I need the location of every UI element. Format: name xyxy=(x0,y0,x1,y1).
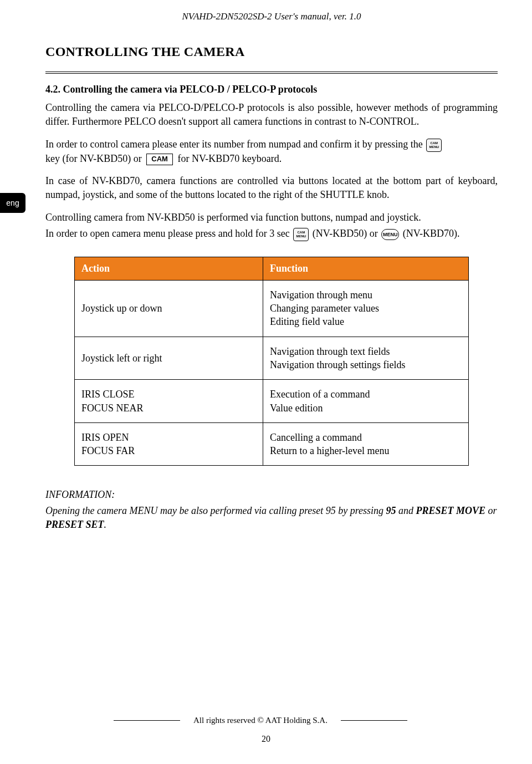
key-top-label: CAM xyxy=(430,141,438,145)
text: for NV-KBD70 keyboard. xyxy=(177,153,282,164)
text: (NV-KBD50) or xyxy=(313,228,378,239)
table-row: Joystick up or down Navigation through m… xyxy=(75,280,469,337)
page: NVAHD-2DN5202SD-2 User's manual, ver. 1.… xyxy=(0,0,532,764)
language-tab: eng xyxy=(0,193,25,213)
bold-text: PRESET SET xyxy=(45,519,104,530)
paragraph-kbd70: In case of NV-KBD70, camera functions ar… xyxy=(45,174,498,202)
text: or xyxy=(485,505,497,516)
footer-rule-left xyxy=(114,720,180,721)
text: Opening the camera MENU may be also perf… xyxy=(45,505,386,516)
table-header-row: Action Function xyxy=(75,257,469,280)
table-row: IRIS CLOSEFOCUS NEAR Execution of a comm… xyxy=(75,380,469,423)
text: (NV-KBD70). xyxy=(403,228,460,239)
text: . xyxy=(104,519,107,530)
table-row: Joystick left or right Navigation throug… xyxy=(75,337,469,380)
th-function: Function xyxy=(263,257,469,280)
section-title: CONTROLLING THE CAMERA xyxy=(45,44,498,59)
cam-menu-key-icon: CAM MENU xyxy=(293,228,309,241)
cell-action: Joystick up or down xyxy=(75,280,263,337)
key-bot-label: MENU xyxy=(429,145,439,149)
key-bot-label: MENU xyxy=(296,235,306,238)
section-rule xyxy=(45,72,498,74)
paragraph-intro: Controlling the camera via PELCO-D/PELCO… xyxy=(45,101,498,129)
text: In order to open camera menu please pres… xyxy=(45,228,290,239)
paragraph-enter-number: In order to control camera please enter … xyxy=(45,137,498,166)
bold-text: PRESET MOVE xyxy=(416,505,486,516)
text: In order to control camera please enter … xyxy=(45,139,423,150)
cell-function: Cancelling a commandReturn to a higher-l… xyxy=(263,422,469,466)
page-number: 20 xyxy=(0,734,532,744)
information-block: INFORMATION: Opening the camera MENU may… xyxy=(45,488,498,531)
cell-function: Execution of a commandValue edition xyxy=(263,380,469,423)
cell-action: IRIS CLOSEFOCUS NEAR xyxy=(75,380,263,423)
page-footer: All rights reserved © AAT Holding S.A. 2… xyxy=(0,716,532,744)
cam-key-icon: CAM xyxy=(146,154,173,165)
paragraph-kbd50: Controlling camera from NV-KBD50 is perf… xyxy=(45,211,498,225)
info-body: Opening the camera MENU may be also perf… xyxy=(45,504,498,532)
th-action: Action xyxy=(75,257,263,280)
running-head: NVAHD-2DN5202SD-2 User's manual, ver. 1.… xyxy=(45,11,498,22)
footer-rule-right xyxy=(341,720,407,721)
cam-menu-key-icon: CAM MENU xyxy=(426,139,442,152)
paragraph-open-menu: In order to open camera menu please pres… xyxy=(45,227,498,241)
table-row: IRIS OPENFOCUS FAR Cancelling a commandR… xyxy=(75,422,469,466)
info-title: INFORMATION: xyxy=(45,488,498,502)
cell-function: Navigation through menuChanging paramete… xyxy=(263,280,469,337)
cell-action: IRIS OPENFOCUS FAR xyxy=(75,422,263,466)
bold-text: 95 xyxy=(386,505,396,516)
cell-function: Navigation through text fieldsNavigation… xyxy=(263,337,469,380)
subsection-title: 4.2. Controlling the camera via PELCO-D … xyxy=(45,84,498,95)
footer-line: All rights reserved © AAT Holding S.A. xyxy=(0,716,532,725)
text: and xyxy=(396,505,416,516)
menu-round-key-icon: MENU xyxy=(381,229,399,240)
key-top-label: CAM xyxy=(298,231,305,235)
footer-copyright: All rights reserved © AAT Holding S.A. xyxy=(193,716,328,725)
text: key (for NV-KBD50) or xyxy=(45,153,142,164)
action-function-table: Action Function Joystick up or down Navi… xyxy=(74,257,469,466)
cell-action: Joystick left or right xyxy=(75,337,263,380)
